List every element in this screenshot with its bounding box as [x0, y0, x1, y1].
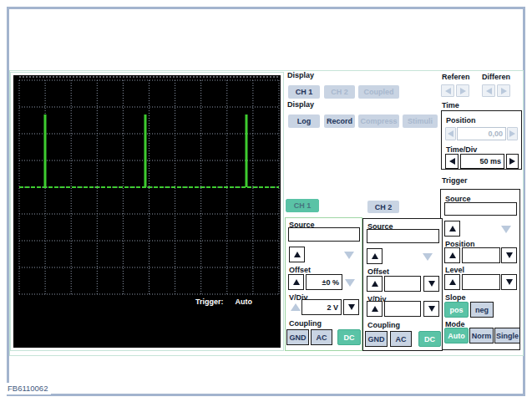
- ch1-offset-label: Offset: [289, 266, 311, 274]
- arrow-up-icon: [372, 306, 378, 312]
- ch2-coupling-gnd-button[interactable]: GND: [365, 331, 388, 347]
- trigger-position-down-button[interactable]: [501, 247, 517, 263]
- time-groupbox: Position 0,00 Time/Div 50 ms: [441, 110, 522, 170]
- compress-button[interactable]: Compress: [358, 114, 399, 128]
- ch2-offset-down-button[interactable]: [423, 276, 439, 292]
- mode-single-button[interactable]: Single: [494, 328, 520, 343]
- time-div-left-button[interactable]: [445, 154, 459, 169]
- trigger-level-value[interactable]: [462, 274, 500, 290]
- time-position-left-button[interactable]: [445, 127, 456, 140]
- trigger-position-value[interactable]: [462, 247, 500, 263]
- app-window: { "footer": { "id": "FB6110062" }, "scop…: [0, 0, 532, 402]
- trigger-title: Trigger: [442, 176, 468, 185]
- ch1-vdiv-down-button[interactable]: [343, 299, 359, 315]
- display-ch2-button[interactable]: CH 2: [324, 85, 355, 99]
- arrow-down-icon: [344, 252, 354, 259]
- ch1-tab[interactable]: CH 1: [286, 199, 319, 212]
- display-modes-title: Display: [287, 100, 314, 109]
- ch2-offset-label: Offset: [367, 267, 389, 276]
- arrow-up-icon: [449, 252, 456, 258]
- ch2-vdiv-down-button[interactable]: [423, 301, 439, 317]
- arrow-down-icon: [428, 281, 435, 287]
- time-position-value[interactable]: 0,00: [457, 127, 506, 140]
- trigger-level-up-button[interactable]: [444, 274, 460, 290]
- ch2-panel: Source Offset V/Div Coupling GND AC DC: [362, 218, 443, 351]
- time-div-right-button[interactable]: [506, 154, 519, 169]
- arrow-left-icon: [448, 130, 453, 137]
- mode-auto-button[interactable]: Auto: [444, 328, 469, 343]
- trigger-position-up-button[interactable]: [444, 247, 460, 263]
- arrow-down-icon: [428, 306, 435, 312]
- ch2-coupling-ac-button[interactable]: AC: [390, 331, 412, 347]
- display-channels-title: Display: [287, 71, 314, 79]
- trigger-level-label: Level: [445, 266, 464, 274]
- ch2-vdiv-up-button[interactable]: [367, 301, 383, 317]
- ch1-offset-down-button[interactable]: [345, 279, 355, 287]
- ch1-coupling-ac-button[interactable]: AC: [311, 329, 332, 345]
- trigger-status: Trigger: Auto: [195, 298, 252, 306]
- time-div-value[interactable]: 50 ms: [460, 154, 504, 169]
- ch1-vdiv-up-button[interactable]: [291, 303, 301, 311]
- differential-title: Differen: [482, 73, 510, 81]
- ch1-coupling-gnd-button[interactable]: GND: [286, 329, 309, 345]
- time-div-label: Time/Div: [446, 145, 477, 154]
- trigger-source-input[interactable]: [444, 202, 517, 216]
- record-button[interactable]: Record: [324, 114, 355, 128]
- arrow-up-icon: [449, 279, 456, 285]
- display-coupled-button[interactable]: Coupled: [358, 85, 399, 99]
- ch2-coupling-label: Coupling: [367, 321, 400, 329]
- ch1-offset-value[interactable]: ±0 %: [306, 274, 342, 290]
- stimuli-button[interactable]: Stimuli: [403, 114, 438, 128]
- trigger-level-down-button[interactable]: [501, 274, 517, 290]
- arrow-up-icon: [372, 281, 378, 287]
- trigger-source-down-button[interactable]: [501, 226, 511, 233]
- differential-left-button[interactable]: [482, 84, 495, 97]
- ch2-coupling-dc-button[interactable]: DC: [418, 331, 441, 347]
- differential-right-button[interactable]: [497, 84, 510, 97]
- time-position-right-button[interactable]: [507, 127, 518, 140]
- ch2-offset-value[interactable]: [384, 276, 421, 292]
- ch1-offset-up-button[interactable]: [288, 274, 304, 290]
- arrow-down-icon: [348, 304, 355, 310]
- ch2-offset-up-button[interactable]: [367, 276, 383, 292]
- ch1-source-down-button[interactable]: [344, 252, 354, 259]
- ch1-coupling-dc-button[interactable]: DC: [337, 329, 361, 345]
- trigger-status-value: Auto: [236, 298, 253, 306]
- trigger-slope-label: Slope: [445, 293, 466, 302]
- arrow-down-icon: [506, 279, 513, 285]
- ch1-source-input[interactable]: [288, 227, 360, 242]
- arrow-left-icon: [449, 158, 455, 165]
- ch2-source-down-button[interactable]: [423, 253, 433, 261]
- arrow-left-icon: [445, 88, 451, 94]
- trigger-source-up-button[interactable]: [444, 221, 460, 237]
- slope-neg-button[interactable]: neg: [470, 302, 494, 318]
- reference-right-button[interactable]: [456, 84, 469, 97]
- arrow-right-icon: [509, 130, 515, 137]
- reference-title: Referen: [442, 73, 470, 81]
- reference-left-button[interactable]: [441, 84, 454, 97]
- arrow-right-icon: [501, 88, 507, 94]
- display-ch1-button[interactable]: CH 1: [288, 85, 320, 99]
- ch2-vdiv-value[interactable]: [384, 301, 421, 317]
- arrow-right-icon: [460, 88, 466, 94]
- scope-screen: Trigger: Auto: [13, 75, 281, 348]
- ch1-vdiv-value[interactable]: 2 V: [301, 299, 342, 315]
- slope-pos-button[interactable]: pos: [444, 302, 469, 318]
- log-button[interactable]: Log: [288, 114, 320, 128]
- arrow-right-icon: [509, 158, 515, 165]
- arrow-down-icon: [501, 226, 511, 233]
- ch1-coupling-label: Coupling: [289, 319, 322, 328]
- time-position-label: Position: [446, 116, 476, 125]
- footer-id: FB6110062: [5, 383, 51, 394]
- arrow-down-icon: [345, 279, 355, 287]
- scope-box: Trigger: Auto: [10, 72, 284, 351]
- arrow-down-icon: [506, 252, 513, 258]
- mode-norm-button[interactable]: Norm: [469, 328, 494, 343]
- arrow-down-icon: [423, 253, 433, 261]
- ch2-tab[interactable]: CH 2: [367, 201, 399, 213]
- ch1-source-up-button[interactable]: [289, 247, 305, 262]
- arrow-left-icon: [486, 88, 492, 94]
- trigger-groupbox: Source Position Level Slope pos neg Mode…: [440, 189, 520, 350]
- ch2-source-input[interactable]: [367, 229, 439, 243]
- ch2-source-up-button[interactable]: [367, 248, 383, 264]
